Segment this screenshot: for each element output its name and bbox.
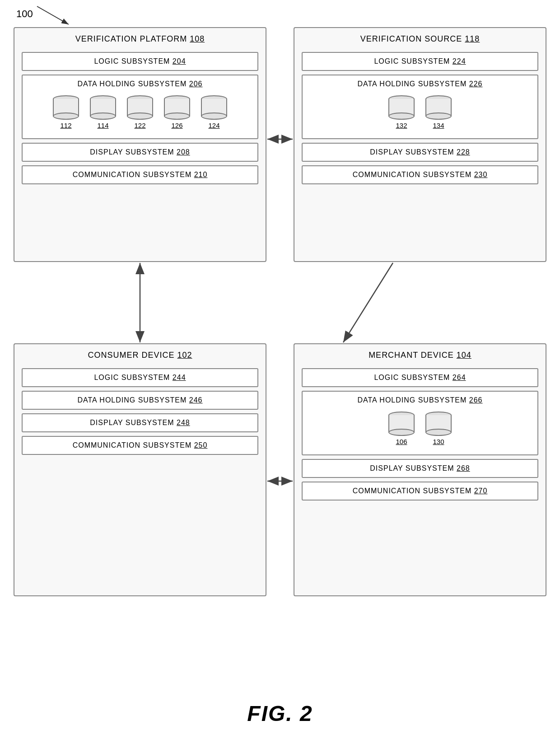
md-display-subsystem: DISPLAY SUBSYSTEM 268 [302, 459, 538, 478]
cylinder-122: 122 [126, 95, 154, 129]
cylinder-132: 132 [387, 95, 416, 129]
vs-data-holding-ref: 226 [469, 80, 483, 88]
cd-display-ref: 248 [177, 419, 190, 426]
vs-logic-subsystem: LOGIC SUBSYSTEM 224 [302, 52, 538, 71]
vp-communication-subsystem: COMMUNICATION SUBSYSTEM 210 [22, 165, 258, 184]
vp-comm-ref: 210 [194, 171, 208, 178]
arrow-vs-md [343, 263, 393, 342]
cd-logic-ref: 244 [173, 374, 186, 381]
cylinder-114: 114 [89, 95, 117, 129]
db-icon-124 [201, 95, 227, 120]
vs-data-holding-subsystem: DATA HOLDING SUBSYSTEM 226 132 [302, 75, 538, 139]
md-data-holding-ref: 266 [469, 396, 483, 404]
cd-data-holding-subsystem: DATA HOLDING SUBSYSTEM 246 [22, 391, 258, 410]
cylinder-134: 134 [424, 95, 453, 129]
vs-logic-ref: 224 [453, 57, 466, 65]
vs118-ref: 118 [465, 34, 480, 43]
cylinder-126: 126 [163, 95, 191, 129]
md-display-ref: 268 [457, 464, 470, 472]
cd-communication-subsystem: COMMUNICATION SUBSYSTEM 250 [22, 436, 258, 455]
vp-logic-subsystem: LOGIC SUBSYSTEM 204 [22, 52, 258, 71]
vp-display-subsystem: DISPLAY SUBSYSTEM 208 [22, 143, 258, 162]
vp-data-holding-title: DATA HOLDING SUBSYSTEM 206 [30, 80, 250, 88]
vp-display-ref: 208 [177, 148, 190, 156]
vp-cylinders-row: 112 114 [30, 93, 250, 134]
md-data-holding-title: DATA HOLDING SUBSYSTEM 266 [310, 396, 530, 404]
db-icon-112 [53, 95, 79, 120]
cylinder-label-130: 130 [433, 438, 444, 445]
cylinder-106: 106 [387, 412, 416, 445]
md-logic-subsystem: LOGIC SUBSYSTEM 264 [302, 368, 538, 387]
vs-communication-subsystem: COMMUNICATION SUBSYSTEM 230 [302, 165, 538, 184]
cylinder-label-126: 126 [171, 122, 182, 129]
vs-display-ref: 228 [457, 148, 470, 156]
db-icon-122 [127, 95, 153, 120]
db-bottom-130 [425, 429, 452, 436]
vp108-title: VERIFICATION PLATFORM 108 [14, 28, 266, 48]
vs-comm-ref: 230 [474, 171, 488, 178]
db-bottom-106 [388, 429, 415, 436]
db-bottom-132 [388, 112, 415, 120]
db-bottom-112 [53, 112, 79, 120]
db-icon-134 [425, 95, 452, 120]
diagram-container: 100 VERIFICATION PLATFORM 108 LOGIC SUBS… [0, 0, 560, 744]
verification-platform-box: VERIFICATION PLATFORM 108 LOGIC SUBSYSTE… [14, 27, 266, 262]
cylinder-label-132: 132 [396, 122, 407, 129]
md-communication-subsystem: COMMUNICATION SUBSYSTEM 270 [302, 482, 538, 501]
vp-data-holding-subsystem: DATA HOLDING SUBSYSTEM 206 112 [22, 75, 258, 139]
vs-cylinders-row: 132 134 [310, 93, 530, 134]
md-logic-ref: 264 [453, 374, 466, 381]
db-icon-132 [388, 95, 415, 120]
cd102-title: CONSUMER DEVICE 102 [14, 344, 266, 365]
cylinder-label-122: 122 [134, 122, 145, 129]
db-bottom-122 [127, 112, 153, 120]
cd-logic-subsystem: LOGIC SUBSYSTEM 244 [22, 368, 258, 387]
cd102-ref: 102 [177, 351, 192, 360]
db-bottom-124 [201, 112, 227, 120]
vp-logic-ref: 204 [173, 57, 186, 65]
db-icon-126 [164, 95, 190, 120]
ref-100-label: 100 [16, 8, 33, 20]
consumer-device-box: CONSUMER DEVICE 102 LOGIC SUBSYSTEM 244 … [14, 343, 266, 596]
cylinder-label-134: 134 [433, 122, 444, 129]
db-bottom-126 [164, 112, 190, 120]
db-icon-130 [425, 412, 452, 436]
cylinder-130: 130 [424, 412, 453, 445]
cylinder-label-112: 112 [60, 122, 71, 129]
cylinder-124: 124 [200, 95, 229, 129]
vp-data-holding-ref: 206 [189, 80, 203, 88]
merchant-device-box: MERCHANT DEVICE 104 LOGIC SUBSYSTEM 264 … [294, 343, 546, 596]
verification-source-box: VERIFICATION SOURCE 118 LOGIC SUBSYSTEM … [294, 27, 546, 262]
db-icon-114 [90, 95, 116, 120]
db-bottom-134 [425, 112, 452, 120]
db-bottom-114 [90, 112, 116, 120]
vs-data-holding-title: DATA HOLDING SUBSYSTEM 226 [310, 80, 530, 88]
md-data-holding-subsystem: DATA HOLDING SUBSYSTEM 266 106 [302, 391, 538, 455]
db-icon-106 [388, 412, 415, 436]
cylinder-label-124: 124 [208, 122, 219, 129]
fig-label: FIG. 2 [247, 701, 313, 726]
md104-ref: 104 [457, 351, 471, 360]
cylinder-label-114: 114 [97, 122, 108, 129]
cd-display-subsystem: DISPLAY SUBSYSTEM 248 [22, 413, 258, 432]
vs118-title: VERIFICATION SOURCE 118 [294, 28, 546, 48]
cd-data-holding-ref: 246 [189, 396, 203, 404]
cylinder-label-106: 106 [396, 438, 407, 445]
md-cylinders-row: 106 130 [310, 409, 530, 450]
md-comm-ref: 270 [474, 487, 488, 495]
md104-title: MERCHANT DEVICE 104 [294, 344, 546, 365]
vs-display-subsystem: DISPLAY SUBSYSTEM 228 [302, 143, 538, 162]
vp108-ref: 108 [190, 34, 205, 43]
cd-comm-ref: 250 [194, 441, 208, 449]
svg-line-1 [37, 6, 69, 24]
cylinder-112: 112 [51, 95, 80, 129]
